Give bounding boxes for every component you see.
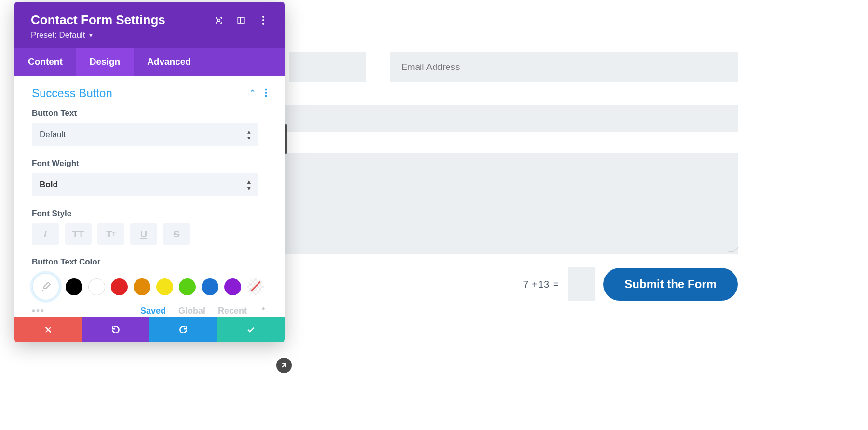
panel-title: Contact Form Settings bbox=[31, 13, 214, 28]
chevron-up-icon[interactable]: ⌃ bbox=[249, 88, 256, 98]
page-preview: 7 +13 = Submit the Form bbox=[289, 52, 868, 301]
expand-icon[interactable] bbox=[214, 15, 224, 25]
color-tab-global[interactable]: Global bbox=[178, 306, 205, 316]
svg-point-7 bbox=[265, 92, 267, 94]
caret-down-icon: ▼ bbox=[88, 32, 94, 39]
captcha-label: 7 +13 = bbox=[523, 279, 559, 290]
swatch-red[interactable] bbox=[111, 278, 128, 295]
font-weight-group: Font Weight Bold ▴▾ bbox=[32, 159, 267, 196]
email-field[interactable] bbox=[390, 52, 738, 82]
name-field[interactable] bbox=[289, 52, 366, 82]
button-text-label: Button Text bbox=[32, 109, 267, 118]
svg-point-8 bbox=[265, 95, 267, 97]
cancel-button[interactable] bbox=[14, 317, 82, 342]
tab-advanced[interactable]: Advanced bbox=[134, 48, 204, 76]
underline-button[interactable]: U bbox=[130, 223, 157, 245]
save-button[interactable] bbox=[217, 317, 285, 342]
color-tab-saved[interactable]: Saved bbox=[140, 306, 166, 316]
swatch-blue[interactable] bbox=[202, 278, 218, 295]
tab-design[interactable]: Design bbox=[76, 48, 134, 76]
svg-point-6 bbox=[265, 88, 267, 90]
italic-button[interactable]: I bbox=[32, 223, 59, 245]
scrollbar-thumb[interactable] bbox=[285, 124, 287, 154]
uppercase-button[interactable]: TT bbox=[65, 223, 92, 245]
submit-button[interactable]: Submit the Form bbox=[603, 268, 738, 301]
button-text-select[interactable]: Default ▴▾ bbox=[32, 123, 258, 146]
font-weight-label: Font Weight bbox=[32, 159, 267, 168]
preset-label: Preset: Default bbox=[31, 30, 85, 40]
swatch-green[interactable] bbox=[179, 278, 196, 295]
preset-selector[interactable]: Preset: Default ▼ bbox=[31, 30, 268, 40]
button-text-color-label: Button Text Color bbox=[32, 257, 267, 267]
select-caret-icon: ▴▾ bbox=[247, 128, 251, 141]
swatch-white[interactable] bbox=[88, 278, 105, 295]
swatch-transparent[interactable] bbox=[247, 278, 264, 295]
button-text-color-group: Button Text Color ••• Saved Global bbox=[32, 257, 267, 316]
svg-rect-0 bbox=[218, 19, 220, 21]
color-picker-button[interactable] bbox=[32, 273, 60, 301]
color-tab-recent[interactable]: Recent bbox=[218, 306, 247, 316]
redo-button[interactable] bbox=[149, 317, 217, 342]
section-title: Success Button bbox=[32, 86, 249, 100]
color-settings-icon[interactable] bbox=[259, 306, 267, 316]
snap-icon[interactable] bbox=[236, 15, 246, 25]
swatch-yellow[interactable] bbox=[156, 278, 173, 295]
undo-button[interactable] bbox=[82, 317, 149, 342]
color-swatches bbox=[32, 273, 267, 301]
smallcaps-button[interactable]: TT bbox=[97, 223, 124, 245]
swatch-black[interactable] bbox=[66, 278, 82, 295]
drag-handle-icon[interactable] bbox=[275, 356, 293, 375]
svg-rect-1 bbox=[238, 17, 244, 23]
more-icon[interactable] bbox=[258, 15, 268, 25]
section-menu-icon[interactable] bbox=[265, 88, 267, 98]
select-caret-icon: ▴▾ bbox=[247, 179, 251, 191]
font-weight-select[interactable]: Bold ▴▾ bbox=[32, 173, 258, 196]
font-style-group: Font Style I TT TT U S bbox=[32, 209, 267, 245]
svg-point-3 bbox=[262, 16, 264, 18]
button-text-group: Button Text Default ▴▾ bbox=[32, 109, 267, 146]
svg-point-4 bbox=[262, 19, 264, 21]
strikethrough-button[interactable]: S bbox=[163, 223, 190, 245]
tabs: Content Design Advanced bbox=[14, 48, 285, 76]
more-swatches-icon[interactable]: ••• bbox=[32, 305, 45, 316]
panel-footer bbox=[14, 317, 285, 342]
panel-header: Contact Form Settings Preset: Default ▼ bbox=[14, 2, 285, 48]
settings-panel: Contact Form Settings Preset: Default ▼ … bbox=[14, 2, 285, 342]
svg-point-5 bbox=[262, 23, 264, 25]
swatch-purple[interactable] bbox=[224, 278, 241, 295]
font-style-label: Font Style bbox=[32, 209, 267, 219]
captcha-input[interactable] bbox=[568, 267, 595, 301]
tab-content[interactable]: Content bbox=[14, 48, 76, 76]
swatch-orange[interactable] bbox=[134, 278, 150, 295]
color-tabs: ••• Saved Global Recent bbox=[32, 305, 267, 316]
